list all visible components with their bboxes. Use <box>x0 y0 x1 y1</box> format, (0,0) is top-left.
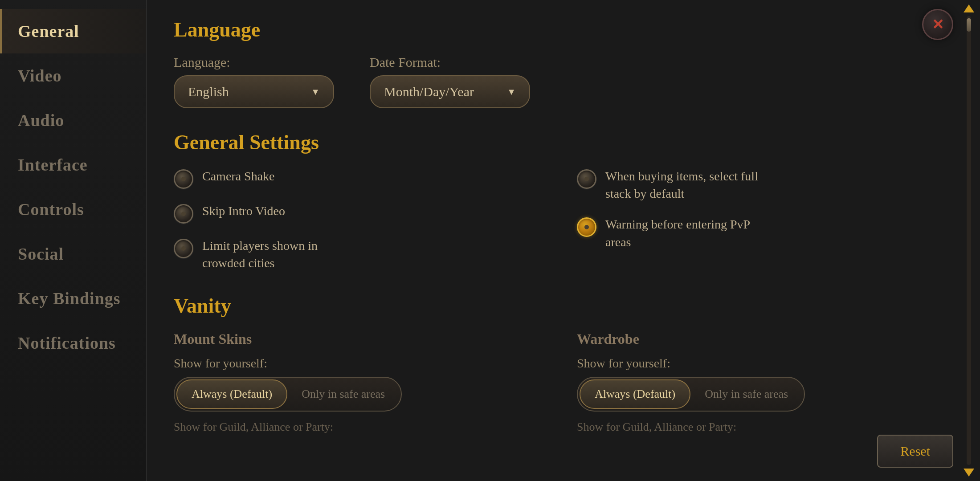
mount-skins-toggle-group: Always (Default) Only in safe areas <box>174 377 402 412</box>
setting-full-stack-label: When buying items, select fullstack by d… <box>605 167 758 202</box>
setting-camera-shake: Camera Shake <box>174 167 550 189</box>
settings-col-right: When buying items, select fullstack by d… <box>577 167 953 272</box>
vanity-subsections: Mount Skins Show for yourself: Always (D… <box>174 331 953 434</box>
sidebar-label-notifications: Notifications <box>18 334 116 352</box>
close-button[interactable]: ✕ <box>922 9 953 40</box>
main-content: ✕ Language Language: English ▼ Date Form… <box>147 0 980 481</box>
radio-limit-players[interactable] <box>174 239 193 258</box>
sidebar-item-audio[interactable]: Audio <box>0 98 146 143</box>
general-settings-section: General Settings Camera Shake Skip Intro… <box>174 130 953 272</box>
mount-skins-guild-label: Show for Guild, Alliance or Party: <box>174 420 550 434</box>
radio-pvp-warning[interactable] <box>577 217 596 237</box>
language-form-row: Language: English ▼ Date Format: Month/D… <box>174 55 953 108</box>
reset-label: Reset <box>900 444 930 458</box>
date-format-form-group: Date Format: Month/Day/Year ▼ <box>370 55 530 108</box>
sidebar-item-video[interactable]: Video <box>0 53 146 98</box>
radio-inner-2 <box>181 212 186 216</box>
sidebar-label-interface: Interface <box>18 155 88 174</box>
wardrobe-always-btn[interactable]: Always (Default) <box>580 379 690 409</box>
radio-camera-shake[interactable] <box>174 169 193 189</box>
settings-col-left: Camera Shake Skip Intro Video Limit play… <box>174 167 550 272</box>
wardrobe-guild-label: Show for Guild, Alliance or Party: <box>577 420 953 434</box>
language-value: English <box>188 84 229 99</box>
mount-skins-col: Mount Skins Show for yourself: Always (D… <box>174 331 550 434</box>
vanity-section: Vanity Mount Skins Show for yourself: Al… <box>174 294 953 434</box>
mount-skins-always-btn[interactable]: Always (Default) <box>176 379 287 409</box>
sidebar-label-audio: Audio <box>18 111 64 130</box>
sidebar-item-keybindings[interactable]: Key Bindings <box>0 276 146 321</box>
mount-skins-safe-label: Only in safe areas <box>302 387 385 400</box>
radio-skip-intro[interactable] <box>174 204 193 224</box>
language-form-group: Language: English ▼ <box>174 55 334 108</box>
wardrobe-always-label: Always (Default) <box>595 387 675 400</box>
wardrobe-subtitle: Wardrobe <box>577 331 953 347</box>
language-dropdown[interactable]: English ▼ <box>174 75 334 108</box>
setting-skip-intro: Skip Intro Video <box>174 202 550 224</box>
language-section-title: Language <box>174 18 953 41</box>
scroll-up-arrow[interactable] <box>964 4 974 12</box>
wardrobe-safe-label: Only in safe areas <box>705 387 788 400</box>
radio-inner <box>181 177 186 181</box>
mount-skins-show-label: Show for yourself: <box>174 356 550 371</box>
radio-full-stack[interactable] <box>577 169 596 189</box>
sidebar-item-general[interactable]: General <box>0 9 146 53</box>
sidebar-item-social[interactable]: Social <box>0 232 146 276</box>
scroll-thumb <box>967 18 971 32</box>
wardrobe-col: Wardrobe Show for yourself: Always (Defa… <box>577 331 953 434</box>
scrollbar <box>962 0 976 481</box>
wardrobe-show-label: Show for yourself: <box>577 356 953 371</box>
sidebar: General Video Audio Interface Controls S… <box>0 0 147 481</box>
reset-button[interactable]: Reset <box>877 435 953 468</box>
date-format-value: Month/Day/Year <box>384 84 474 99</box>
close-icon: ✕ <box>932 16 944 33</box>
language-dropdown-arrow: ▼ <box>311 87 320 97</box>
setting-pvp-warning-label: Warning before entering PvPareas <box>605 216 750 250</box>
radio-inner-3 <box>181 246 186 251</box>
wardrobe-safe-btn[interactable]: Only in safe areas <box>690 380 802 408</box>
sidebar-label-social: Social <box>18 245 64 263</box>
sidebar-item-notifications[interactable]: Notifications <box>0 321 146 365</box>
date-format-dropdown-arrow: ▼ <box>507 87 516 97</box>
sidebar-label-general: General <box>18 22 79 41</box>
sidebar-item-controls[interactable]: Controls <box>0 187 146 232</box>
scroll-track[interactable] <box>967 16 971 465</box>
sidebar-label-video: Video <box>18 66 62 85</box>
setting-full-stack: When buying items, select fullstack by d… <box>577 167 953 202</box>
settings-grid: Camera Shake Skip Intro Video Limit play… <box>174 167 953 272</box>
sidebar-item-interface[interactable]: Interface <box>0 143 146 187</box>
setting-limit-players: Limit players shown incrowded cities <box>174 237 550 272</box>
general-settings-title: General Settings <box>174 130 953 154</box>
radio-inner-4 <box>584 177 589 181</box>
radio-inner-5 <box>584 225 589 229</box>
date-format-label: Date Format: <box>370 55 530 70</box>
date-format-dropdown[interactable]: Month/Day/Year ▼ <box>370 75 530 108</box>
setting-camera-shake-label: Camera Shake <box>202 167 275 185</box>
setting-limit-players-label: Limit players shown incrowded cities <box>202 237 318 272</box>
language-section: Language Language: English ▼ Date Format… <box>174 18 953 108</box>
sidebar-label-controls: Controls <box>18 200 84 219</box>
setting-skip-intro-label: Skip Intro Video <box>202 202 285 220</box>
setting-pvp-warning: Warning before entering PvPareas <box>577 216 953 250</box>
scroll-down-arrow[interactable] <box>964 469 974 477</box>
sidebar-label-keybindings: Key Bindings <box>18 289 121 308</box>
language-label: Language: <box>174 55 334 70</box>
mount-skins-always-label: Always (Default) <box>192 387 272 400</box>
mount-skins-subtitle: Mount Skins <box>174 331 550 347</box>
vanity-title: Vanity <box>174 294 953 318</box>
wardrobe-toggle-group: Always (Default) Only in safe areas <box>577 377 805 412</box>
mount-skins-safe-btn[interactable]: Only in safe areas <box>287 380 399 408</box>
